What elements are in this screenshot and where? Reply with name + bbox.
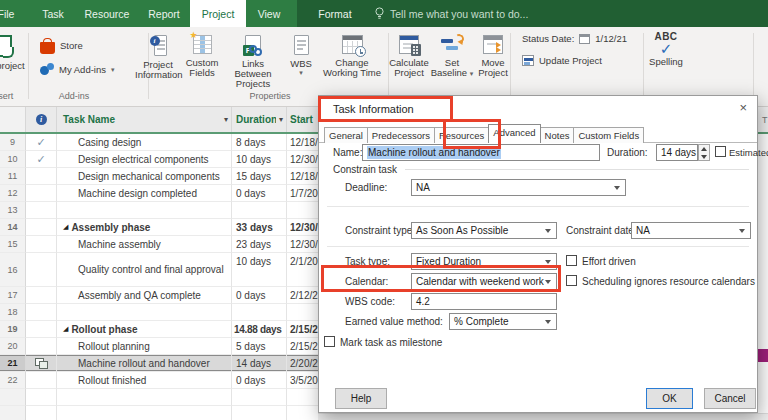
duration-cell[interactable]: [232, 406, 287, 420]
row-number[interactable]: 14: [0, 219, 26, 236]
task-name-cell[interactable]: ◢Assembly phase: [57, 219, 232, 236]
duration-cell[interactable]: 5 days: [232, 338, 287, 355]
task-name-cell[interactable]: Design electrical components: [57, 151, 232, 168]
change-working-time-button[interactable]: Change Working Time: [319, 31, 385, 93]
task-name-cell[interactable]: Design mechanical components: [57, 168, 232, 185]
table-row[interactable]: 15 Machine assembly 23 days 12/30/: [0, 236, 347, 253]
row-number[interactable]: 15: [0, 236, 26, 253]
row-number[interactable]: 11: [0, 168, 26, 185]
row-number[interactable]: 21: [0, 355, 26, 372]
cancel-button[interactable]: Cancel: [704, 388, 756, 409]
duration-cell[interactable]: 10 days: [232, 151, 287, 168]
wbs-button[interactable]: WBS ▾: [283, 31, 319, 93]
table-row-selected[interactable]: 21 Machine rollout and handover 14 days …: [0, 355, 347, 372]
milestone-checkbox[interactable]: [324, 336, 335, 347]
table-row[interactable]: 18: [0, 304, 347, 321]
effort-driven-checkbox[interactable]: [566, 255, 577, 266]
duration-cell[interactable]: 0 days: [232, 185, 287, 202]
task-name-cell[interactable]: Assembly and QA complete: [57, 287, 232, 304]
row-number[interactable]: 17: [0, 287, 26, 304]
tab-resources[interactable]: Resources: [434, 127, 489, 143]
spinner-down-icon[interactable]: [699, 153, 709, 160]
table-row-summary[interactable]: 14 ◢Assembly phase 33 days 12/30/: [0, 219, 347, 236]
earned-value-method-dropdown[interactable]: % Complete: [449, 313, 557, 330]
table-row[interactable]: 16 Quality control and final approval 10…: [0, 253, 347, 287]
constraint-type-dropdown[interactable]: As Soon As Possible: [411, 222, 557, 239]
task-name-cell[interactable]: Quality control and final approval: [57, 253, 232, 287]
task-name-cell[interactable]: [57, 202, 232, 219]
indicators-column-header[interactable]: i: [26, 107, 57, 132]
row-number[interactable]: [0, 406, 26, 420]
tab-custom-fields[interactable]: Custom Fields: [573, 127, 644, 143]
row-number[interactable]: 19: [0, 321, 26, 338]
tab-general[interactable]: General: [324, 127, 368, 143]
table-row[interactable]: 10 ✓ Design electrical components 10 day…: [0, 151, 347, 168]
duration-cell[interactable]: 0 days: [232, 372, 287, 389]
constraint-date-dropdown[interactable]: NA: [631, 222, 751, 239]
table-row[interactable]: 13: [0, 202, 347, 219]
duration-cell[interactable]: 15 days: [232, 168, 287, 185]
duration-cell[interactable]: 33 days: [232, 219, 287, 236]
task-name-cell[interactable]: Casing design: [57, 134, 232, 151]
task-name-cell[interactable]: Rollout planning: [57, 338, 232, 355]
tab-format[interactable]: Format: [300, 0, 370, 27]
calendar-dropdown[interactable]: Calendar with weekend work: [411, 273, 557, 290]
table-row-empty[interactable]: [0, 389, 347, 406]
estimated-checkbox[interactable]: [715, 146, 726, 157]
calculate-project-button[interactable]: Calculate Project: [388, 31, 430, 93]
task-name-column-header[interactable]: Task Name ▾: [57, 107, 232, 132]
gantt-bar[interactable]: [757, 349, 768, 362]
links-between-projects-button[interactable]: P Links Between Projects: [223, 31, 283, 93]
table-row[interactable]: 12 Machine design completed 0 days 1/7/2…: [0, 185, 347, 202]
row-number[interactable]: 13: [0, 202, 26, 219]
tab-advanced[interactable]: Advanced: [488, 124, 540, 143]
spelling-button[interactable]: ABC ✓ Spelling: [645, 31, 687, 93]
move-project-button[interactable]: Move Project: [474, 31, 512, 93]
duration-cell[interactable]: 23 days: [232, 236, 287, 253]
task-name-cell[interactable]: ◢Rollout phase: [57, 321, 232, 338]
name-field[interactable]: Machine rollout and handover: [362, 144, 600, 161]
scheduling-ignores-checkbox[interactable]: [566, 275, 577, 286]
row-number[interactable]: [0, 389, 26, 406]
filter-dropdown-icon[interactable]: ▾: [224, 115, 228, 124]
duration-cell[interactable]: 14 days: [232, 355, 287, 372]
task-name-cell[interactable]: [57, 406, 232, 420]
subproject-button[interactable]: Subproject: [0, 31, 28, 93]
collapse-icon[interactable]: ◢: [63, 325, 68, 333]
task-name-cell[interactable]: Rollout finished: [57, 372, 232, 389]
collapse-icon[interactable]: ◢: [63, 223, 68, 231]
tab-view[interactable]: View: [246, 0, 292, 27]
my-addins-button[interactable]: My Add-ins ▾: [40, 63, 115, 76]
deadline-dropdown[interactable]: NA: [411, 179, 626, 196]
duration-cell[interactable]: 0 days: [232, 287, 287, 304]
ok-button[interactable]: OK: [646, 388, 693, 409]
task-name-cell[interactable]: [57, 389, 232, 406]
row-number[interactable]: 22: [0, 372, 26, 389]
task-name-cell[interactable]: Machine rollout and handover: [57, 355, 232, 372]
row-number[interactable]: 16: [0, 253, 26, 287]
tell-me-box[interactable]: Tell me what you want to do...: [374, 0, 528, 27]
set-baseline-button[interactable]: Set Baseline ▾: [430, 31, 474, 93]
task-name-cell[interactable]: Machine assembly: [57, 236, 232, 253]
spinner-up-icon[interactable]: [699, 145, 709, 152]
status-date-field[interactable]: Status Date: 1/12/21: [522, 33, 627, 44]
duration-field[interactable]: 14 days: [656, 144, 698, 161]
custom-fields-button[interactable]: ★ Custom Fields: [181, 31, 223, 93]
table-row[interactable]: 22 Rollout finished 0 days 3/5/20: [0, 372, 347, 389]
duration-cell[interactable]: 8 days: [232, 134, 287, 151]
table-row[interactable]: 17 Assembly and QA complete 0 days 2/12/…: [0, 287, 347, 304]
store-button[interactable]: Store: [40, 37, 83, 54]
update-project-button[interactable]: Update Project: [522, 55, 602, 66]
row-number[interactable]: 12: [0, 185, 26, 202]
table-row-summary[interactable]: 19 ◢Rollout phase 14.88 days 2/15/2: [0, 321, 347, 338]
task-type-dropdown[interactable]: Fixed Duration: [411, 253, 557, 270]
row-number[interactable]: 9: [0, 134, 26, 151]
task-name-cell[interactable]: Machine design completed: [57, 185, 232, 202]
filter-dropdown-icon[interactable]: ▾: [279, 115, 283, 124]
table-row[interactable]: 9 ✓ Casing design 8 days 12/18/: [0, 134, 347, 151]
table-row[interactable]: 11 Design mechanical components 15 days …: [0, 168, 347, 185]
help-button[interactable]: Help: [335, 388, 387, 409]
duration-cell[interactable]: 10 days: [232, 253, 287, 287]
row-number[interactable]: 18: [0, 304, 26, 321]
close-icon[interactable]: ×: [739, 100, 747, 115]
